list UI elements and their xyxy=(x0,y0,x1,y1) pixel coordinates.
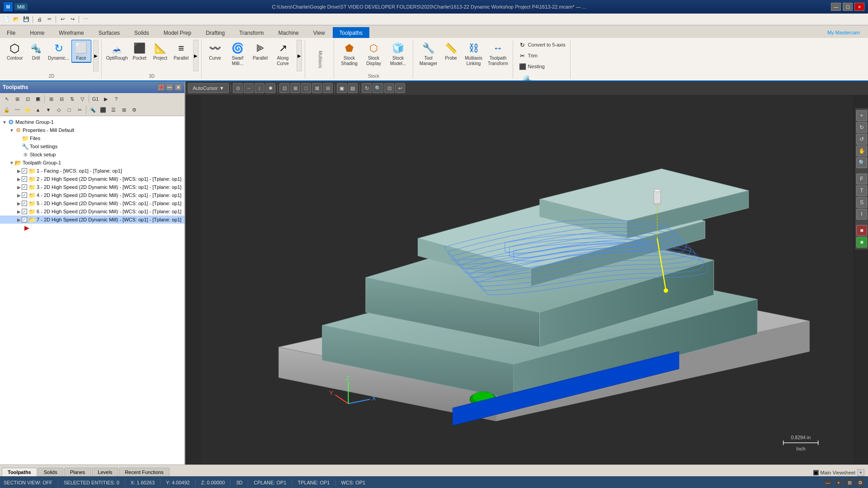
tree-item-play[interactable]: ▶ xyxy=(0,224,184,232)
qa-more[interactable]: ⋯ xyxy=(81,15,90,24)
tree-item-stock-setup[interactable]: ▶ ❄ Stock setup xyxy=(0,150,184,159)
vt-snap[interactable]: ⊙ xyxy=(233,83,243,93)
rt-rotate-left[interactable]: ↺ xyxy=(856,134,867,145)
vt-grid2[interactable]: ▤ xyxy=(348,83,358,93)
tab-model-prep[interactable]: Model Prep xyxy=(157,27,198,38)
panel-minimize-button[interactable]: — xyxy=(166,84,173,91)
tab-machine[interactable]: Machine xyxy=(271,27,305,38)
tab-recent-functions-bottom[interactable]: Recent Functions xyxy=(119,468,170,476)
collapse-all-button[interactable]: ⊟ xyxy=(57,94,66,104)
toolpath-transform-button[interactable]: ↔ Toolpath Transform xyxy=(486,40,510,68)
op5-checkbox[interactable]: ✓ xyxy=(22,201,27,206)
tab-planes-bottom[interactable]: Planes xyxy=(64,468,91,476)
parallel2-button[interactable]: ⫸ Parallel xyxy=(250,40,270,62)
vt-undo[interactable]: ↩ xyxy=(395,83,405,93)
trim-button[interactable]: ✂ Trim xyxy=(517,51,567,61)
expand-toolpath-group[interactable]: ▼ xyxy=(9,160,14,165)
tab-wireframe[interactable]: Wireframe xyxy=(52,27,90,38)
vt-star[interactable]: ✱ xyxy=(265,83,275,93)
tree-item-properties[interactable]: ▼ ⚙ Properties - Mill Default xyxy=(0,126,184,134)
rt-green-marker[interactable]: ■ xyxy=(856,237,867,248)
expand-op4[interactable]: ▶ xyxy=(16,192,22,198)
stock-model-button[interactable]: 🧊 Stock Model... xyxy=(387,40,410,68)
op1-checkbox[interactable]: ✓ xyxy=(22,168,27,174)
optirough-button[interactable]: 🗻 OptiRough xyxy=(105,40,129,62)
expand-op3[interactable]: ▶ xyxy=(16,184,22,190)
convert-5axis-button[interactable]: ↻ Convert to 5-axis xyxy=(517,40,567,50)
vt-grid1[interactable]: ▣ xyxy=(337,83,347,93)
tab-toolpaths[interactable]: Toolpaths xyxy=(333,27,369,38)
tree-item-machine-group[interactable]: ▼ ⚙ Machine Group-1 xyxy=(0,118,184,126)
diamond-button[interactable]: ◇ xyxy=(54,105,64,115)
zoom-out-button[interactable]: — xyxy=(824,479,832,487)
tab-view[interactable]: View xyxy=(307,27,332,38)
expand-op6[interactable]: ▶ xyxy=(16,209,22,214)
simulate-button[interactable]: ▶ xyxy=(101,94,111,104)
nesting-button[interactable]: ⬛ Nesting xyxy=(517,61,567,71)
expand-op1[interactable]: ▶ xyxy=(16,168,22,174)
drill-button[interactable]: 🔩 Drill xyxy=(26,40,46,62)
qa-save[interactable]: 💾 xyxy=(22,15,31,24)
autocursor-button[interactable]: AutoCursor ▼ xyxy=(188,83,229,93)
square-button[interactable]: □ xyxy=(64,105,74,115)
group-button[interactable]: ⬛ xyxy=(98,105,108,115)
op4-checkbox[interactable]: ✓ xyxy=(22,192,27,198)
grid-toggle-button[interactable]: ⊞ xyxy=(845,479,854,487)
rt-front[interactable]: F xyxy=(856,174,867,184)
settings-button[interactable]: ⚙ xyxy=(129,105,139,115)
dynamic-button[interactable]: ↻ Dynamic... xyxy=(47,40,71,62)
zoom-in-button[interactable]: + xyxy=(835,479,843,487)
probe-button[interactable]: 📏 Probe xyxy=(441,40,461,62)
curve-button[interactable]: 〰️ Curve xyxy=(205,40,225,62)
expand-machine-group[interactable]: ▼ xyxy=(2,119,7,125)
vt-cross[interactable]: ⊠ xyxy=(312,83,322,93)
vt-arrow[interactable]: → xyxy=(244,83,254,93)
panel-close-button[interactable]: ✕ xyxy=(175,84,182,91)
tree-item-op6[interactable]: ▶ ✓ 📁 6 - 2D High Speed (2D Dynamic Mill… xyxy=(0,207,184,216)
play-icon[interactable]: ▶ xyxy=(24,225,30,231)
rt-rotate-right[interactable]: ↻ xyxy=(856,122,867,133)
op3-checkbox[interactable]: ✓ xyxy=(22,184,27,190)
vt-move[interactable]: ↕ xyxy=(255,83,264,93)
vt-rotate[interactable]: ↻ xyxy=(362,83,372,93)
face-button[interactable]: ⬜ Face xyxy=(71,40,91,63)
vt-box2[interactable]: ⊞ xyxy=(290,83,300,93)
tab-home[interactable]: Home xyxy=(23,27,51,38)
vt-box1[interactable]: ⊡ xyxy=(279,83,289,93)
expand-op2[interactable]: ▶ xyxy=(16,176,22,182)
verify-button[interactable]: G1 xyxy=(90,94,100,104)
list-button[interactable]: ☰ xyxy=(108,105,118,115)
curve-expand-button[interactable]: ▶ xyxy=(297,40,302,71)
tab-file[interactable]: File xyxy=(0,27,22,38)
op7-checkbox[interactable]: ✓ xyxy=(22,217,27,222)
tree-item-toolpath-group[interactable]: ▼ 📂 Toolpath Group-1 xyxy=(0,159,184,167)
tree-item-tool-settings[interactable]: ▶ 🔧 Tool settings xyxy=(0,142,184,150)
my-mastercam-link[interactable]: My Mastercam xyxy=(824,29,863,36)
multiaxis-linking-button[interactable]: ⛓ Multiaxis Linking xyxy=(462,40,486,68)
grid-button[interactable]: ⊞ xyxy=(119,105,129,115)
help-button[interactable]: ? xyxy=(111,94,121,104)
3d-expand-button[interactable]: ▶ xyxy=(193,40,198,71)
expand-op7[interactable]: ▶ xyxy=(16,217,22,222)
filter-button[interactable]: ⊡ xyxy=(23,94,33,104)
qa-new[interactable]: 📄 xyxy=(2,15,11,24)
along-curve-button[interactable]: ↗ Along Curve xyxy=(271,40,295,68)
tree-item-op3[interactable]: ▶ ✓ 📁 3 - 2D High Speed (2D Dynamic Mill… xyxy=(0,183,184,191)
vt-zoom[interactable]: 🔍 xyxy=(373,83,383,93)
rt-plus[interactable]: + xyxy=(856,110,867,121)
panel-pin-button[interactable]: 📌 xyxy=(157,84,165,91)
tab-drafting[interactable]: Drafting xyxy=(199,27,231,38)
tab-toolpaths-bottom[interactable]: Toolpaths xyxy=(2,468,37,476)
close-button[interactable]: ✕ xyxy=(854,3,864,11)
maximize-button[interactable]: ☐ xyxy=(843,3,853,11)
vt-minus[interactable]: ⊟ xyxy=(323,83,333,93)
up-button[interactable]: ▲ xyxy=(33,105,43,115)
tab-solids[interactable]: Solids xyxy=(127,27,156,38)
qa-redo[interactable]: ↪ xyxy=(68,15,77,24)
wave-button[interactable]: 〰 xyxy=(12,105,22,115)
vt-box3[interactable]: □ xyxy=(301,83,311,93)
select-tool-button[interactable]: ↖ xyxy=(2,94,12,104)
qa-cut[interactable]: ✂ xyxy=(45,15,54,24)
lock-button[interactable]: 🔒 xyxy=(2,105,12,115)
op6-checkbox[interactable]: ✓ xyxy=(22,209,27,214)
